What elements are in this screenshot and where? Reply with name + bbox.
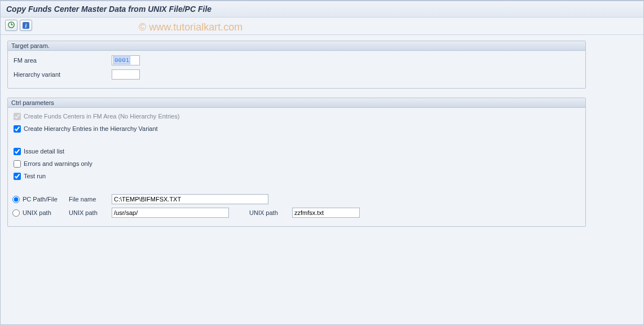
pc-path-row: PC Path/File File name [12, 194, 581, 205]
page-title: Copy Funds Center Master Data from UNIX … [6, 5, 211, 14]
ctrl-parameters-header: Ctrl parameters [8, 98, 585, 108]
toolbar: i [1, 17, 643, 35]
test-run-row: Test run [12, 171, 581, 181]
create-funds-centers-row: Create Funds Centers in FM Area (No Hier… [12, 111, 581, 121]
fm-area-label: FM area [12, 57, 112, 64]
errors-warnings-label: Errors and warnings only [24, 160, 92, 167]
content-area: Target param. FM area 0001 Hierarchy var… [1, 35, 643, 241]
title-bar: Copy Funds Center Master Data from UNIX … [1, 1, 643, 17]
errors-warnings-row: Errors and warnings only [12, 159, 581, 169]
issue-detail-row: Issue detail list [12, 146, 581, 156]
execute-button[interactable] [5, 20, 17, 31]
execute-clock-icon [7, 21, 15, 30]
app-window: Copy Funds Center Master Data from UNIX … [0, 0, 644, 325]
create-hierarchy-row: Create Hierarchy Entries in the Hierarch… [12, 124, 581, 134]
create-hierarchy-label: Create Hierarchy Entries in the Hierarch… [24, 125, 158, 132]
unix-path-row: UNIX path UNIX path UNIX path [12, 207, 581, 218]
test-run-label: Test run [24, 173, 46, 179]
fm-area-row: FM area 0001 [12, 54, 581, 66]
ctrl-parameters-group: Ctrl parameters Create Funds Centers in … [7, 98, 586, 227]
issue-detail-label: Issue detail list [24, 148, 64, 155]
unix-path-label-2: UNIX path [229, 209, 292, 216]
pc-path-radio[interactable] [12, 196, 20, 203]
errors-warnings-checkbox[interactable] [14, 160, 21, 168]
target-param-group: Target param. FM area 0001 Hierarchy var… [7, 41, 586, 89]
unix-path-label-1: UNIX path [69, 209, 112, 216]
test-run-checkbox[interactable] [14, 173, 21, 180]
pc-path-radio-label: PC Path/File [23, 196, 58, 203]
create-funds-centers-label: Create Funds Centers in FM Area (No Hier… [24, 113, 179, 120]
unix-path-field-1[interactable] [112, 208, 229, 218]
target-param-header: Target param. [8, 41, 585, 51]
hierarchy-variant-row: Hierarchy variant [12, 68, 581, 80]
create-hierarchy-checkbox[interactable] [14, 125, 21, 133]
file-name-label: File name [69, 196, 112, 203]
unix-path-field-2[interactable] [292, 208, 360, 218]
file-name-field[interactable] [112, 194, 268, 204]
issue-detail-checkbox[interactable] [14, 148, 21, 155]
hierarchy-variant-label: Hierarchy variant [12, 71, 112, 78]
info-button[interactable]: i [20, 20, 32, 31]
fm-area-value: 0001 [113, 56, 130, 64]
info-icon: i [23, 22, 29, 29]
create-funds-centers-checkbox [14, 113, 21, 120]
hierarchy-variant-field[interactable] [112, 69, 140, 80]
unix-path-radio-label: UNIX path [23, 209, 51, 216]
unix-path-radio[interactable] [12, 209, 20, 217]
fm-area-field[interactable]: 0001 [112, 55, 140, 65]
